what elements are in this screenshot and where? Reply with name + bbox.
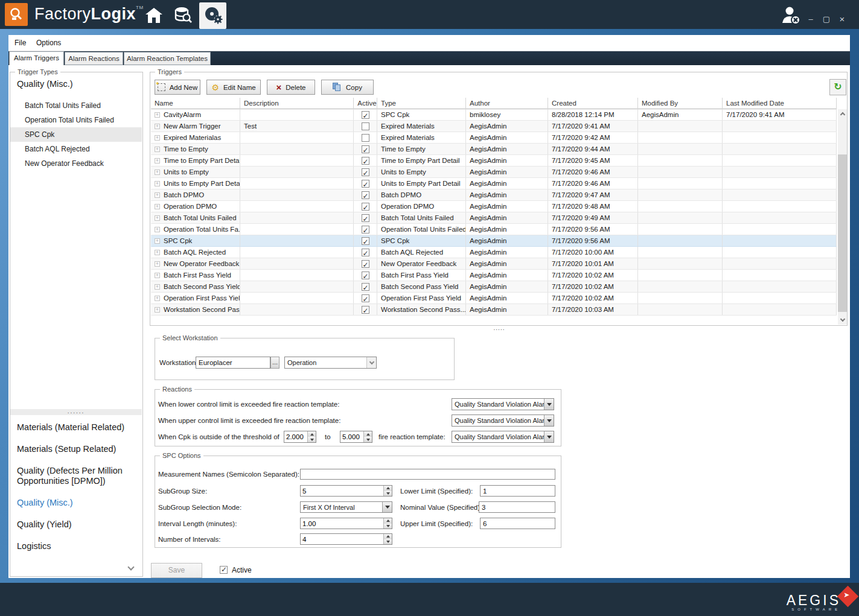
sidebar-item-batch-aql-rejected[interactable]: Batch AQL Rejected bbox=[10, 142, 142, 156]
category-materials-material-related-[interactable]: Materials (Material Related) bbox=[17, 422, 136, 433]
column-header-author[interactable]: Author bbox=[466, 98, 548, 109]
expand-icon[interactable]: + bbox=[155, 204, 160, 209]
table-row[interactable]: +Batch Total Units FailedBatch Total Uni… bbox=[151, 212, 837, 224]
cpk-from-input[interactable] bbox=[284, 431, 307, 442]
category-quality-defects-per-million-opportunities-dpmo-[interactable]: Quality (Defects Per Million Opportuniti… bbox=[17, 466, 136, 486]
expand-icon[interactable]: + bbox=[155, 192, 160, 198]
sidebar-chevron-down-icon[interactable] bbox=[129, 563, 133, 571]
dropdown-arrow-icon[interactable] bbox=[544, 431, 554, 442]
category-quality-misc-[interactable]: Quality (Misc.) bbox=[17, 498, 136, 508]
nominal-value-input[interactable] bbox=[479, 501, 555, 513]
measurement-names-input[interactable] bbox=[300, 469, 555, 480]
table-scrollbar[interactable] bbox=[838, 109, 847, 325]
interval-length-spinner[interactable] bbox=[300, 518, 392, 529]
add-new-button[interactable]: * Add New bbox=[155, 80, 200, 95]
active-checkbox[interactable] bbox=[362, 122, 369, 130]
minimize-button[interactable]: – bbox=[804, 14, 817, 25]
copy-button[interactable]: Copy bbox=[321, 80, 374, 95]
table-row[interactable]: +Expired MaterialasExpired MaterialsAegi… bbox=[151, 132, 837, 144]
expand-icon[interactable]: + bbox=[155, 181, 160, 186]
spin-up-icon[interactable] bbox=[384, 486, 392, 491]
number-of-intervals-input[interactable] bbox=[301, 534, 383, 544]
menu-file[interactable]: File bbox=[11, 35, 30, 51]
scroll-up-icon[interactable] bbox=[838, 109, 847, 118]
active-checkbox[interactable] bbox=[362, 180, 369, 188]
sidebar-splitter[interactable]: ...... bbox=[10, 409, 142, 415]
active-checkbox[interactable] bbox=[362, 111, 369, 119]
tab-alarm-reactions[interactable]: Alarm Reactions bbox=[65, 52, 123, 65]
table-row[interactable]: +SPC CpkSPC CpkAegisAdmin7/17/2020 9:56 … bbox=[151, 235, 837, 247]
table-row[interactable]: +Batch Second Pass YieldBatch Second Pas… bbox=[151, 281, 837, 293]
column-header-created[interactable]: Created bbox=[548, 98, 638, 109]
table-row[interactable]: +Units to EmptyUnits to EmptyAegisAdmin7… bbox=[151, 167, 837, 178]
expand-icon[interactable]: + bbox=[155, 147, 160, 152]
spin-down-icon[interactable] bbox=[384, 491, 392, 497]
category-quality-yield-[interactable]: Quality (Yield) bbox=[17, 519, 136, 530]
active-checkbox[interactable] bbox=[362, 157, 369, 165]
expand-icon[interactable]: + bbox=[155, 261, 160, 267]
expand-icon[interactable]: + bbox=[155, 227, 160, 232]
chevron-down-icon[interactable] bbox=[366, 357, 376, 368]
sidebar-item-new-operator-feedback[interactable]: New Operator Feedback bbox=[10, 156, 142, 171]
spin-down-icon[interactable] bbox=[384, 524, 392, 529]
settings-icon[interactable] bbox=[199, 2, 226, 29]
maximize-button[interactable]: ▢ bbox=[820, 14, 833, 25]
workstation-browse-button[interactable]: ... bbox=[270, 357, 279, 369]
spin-up-icon[interactable] bbox=[384, 534, 392, 539]
home-icon[interactable] bbox=[144, 6, 164, 24]
dropdown-arrow-icon[interactable] bbox=[544, 399, 554, 410]
table-row[interactable]: +Batch AQL RejectedBatch AQL RejectedAeg… bbox=[151, 247, 837, 258]
lower-limit-reaction-dropdown[interactable]: Quality Standard Violation Alarm bbox=[452, 398, 554, 410]
subgroup-size-input[interactable] bbox=[301, 486, 383, 496]
column-header-description[interactable]: Description bbox=[240, 98, 354, 109]
table-row[interactable]: +New Alarm TriggerTestExpired MaterialsA… bbox=[151, 121, 837, 132]
active-checkbox[interactable] bbox=[362, 249, 369, 256]
lower-limit-input[interactable] bbox=[480, 485, 555, 497]
sidebar-item-spc-cpk[interactable]: SPC Cpk bbox=[10, 127, 142, 142]
expand-icon[interactable]: + bbox=[155, 307, 160, 313]
database-search-icon[interactable] bbox=[173, 6, 193, 24]
table-row[interactable]: +CavityAlarmSPC Cpkbmiklosey8/28/2018 12… bbox=[151, 109, 837, 121]
category-logistics[interactable]: Logistics bbox=[17, 541, 136, 551]
expand-icon[interactable]: + bbox=[155, 250, 160, 255]
expand-icon[interactable]: + bbox=[155, 158, 160, 164]
expand-icon[interactable]: + bbox=[155, 124, 160, 129]
active-checkbox[interactable] bbox=[362, 271, 369, 279]
column-header-modified-by[interactable]: Modified By bbox=[638, 98, 723, 109]
refresh-button[interactable]: ↻ bbox=[829, 79, 846, 95]
category-materials-setup-related-[interactable]: Materials (Setup Related) bbox=[17, 444, 136, 454]
expand-icon[interactable]: + bbox=[155, 284, 160, 290]
scrollbar-thumb[interactable] bbox=[838, 154, 847, 312]
table-row[interactable]: +Operation First Pass YieldOperation Fir… bbox=[151, 293, 837, 304]
expand-icon[interactable]: + bbox=[155, 170, 160, 175]
spin-up-icon[interactable] bbox=[308, 431, 316, 437]
table-row[interactable]: +Operation DPMOOperation DPMOAegisAdmin7… bbox=[151, 201, 837, 212]
expand-icon[interactable]: + bbox=[155, 296, 160, 301]
spin-up-icon[interactable] bbox=[364, 431, 372, 437]
spin-down-icon[interactable] bbox=[308, 437, 316, 442]
active-checkbox[interactable] bbox=[362, 134, 369, 142]
upper-limit-input[interactable] bbox=[480, 518, 555, 529]
active-checkbox[interactable] bbox=[362, 260, 369, 268]
column-header-name[interactable]: Name bbox=[151, 98, 240, 109]
expand-icon[interactable]: + bbox=[155, 238, 160, 244]
table-row[interactable]: +New Operator FeedbackNew Operator Feedb… bbox=[151, 258, 837, 270]
table-row[interactable]: +Time to EmptyTime to EmptyAegisAdmin7/1… bbox=[151, 144, 837, 155]
menu-options[interactable]: Options bbox=[33, 35, 65, 51]
table-row[interactable]: +Batch First Pass YieldBatch First Pass … bbox=[151, 270, 837, 281]
active-checkbox[interactable] bbox=[362, 283, 369, 291]
active-checkbox[interactable] bbox=[362, 168, 369, 176]
edit-name-button[interactable]: ⚙ Edit Name bbox=[206, 80, 261, 95]
active-checkbox[interactable] bbox=[362, 214, 369, 222]
cpk-to-input[interactable] bbox=[340, 431, 363, 442]
scroll-down-icon[interactable] bbox=[838, 316, 847, 325]
table-row[interactable]: +Workstation Second Pas...Workstation Se… bbox=[151, 304, 837, 316]
table-row[interactable]: +Operation Total Units Fa...Operation To… bbox=[151, 224, 837, 235]
active-checkbox[interactable] bbox=[362, 237, 369, 245]
table-row[interactable]: +Batch DPMOBatch DPMOAegisAdmin7/17/2020… bbox=[151, 189, 837, 201]
cpk-reaction-dropdown[interactable]: Quality Standard Violation Alarm bbox=[452, 431, 554, 443]
column-header-active[interactable]: Active bbox=[354, 98, 377, 109]
dropdown-arrow-icon[interactable] bbox=[382, 502, 392, 512]
logout-user-icon[interactable] bbox=[781, 6, 803, 25]
column-header-type[interactable]: Type bbox=[377, 98, 466, 109]
